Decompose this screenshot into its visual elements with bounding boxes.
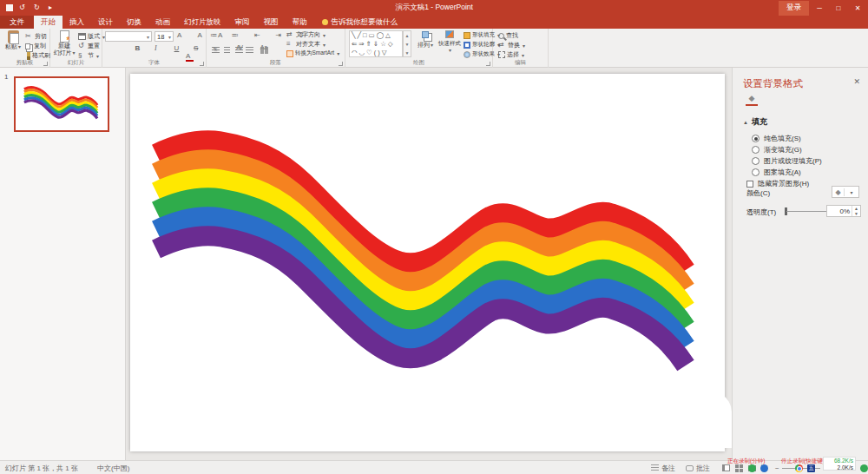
editing-group-label: 编辑 (493, 59, 548, 67)
align-center-button[interactable] (224, 47, 230, 54)
download-speed: 2.0K/s (838, 464, 853, 471)
pattern-fill-option[interactable]: 图案填充(A) (752, 168, 801, 177)
notes-button[interactable]: 备注 (651, 461, 675, 474)
transparency-spinner[interactable]: 0% ▲▼ (826, 205, 861, 217)
drawing-dialog-launcher[interactable] (486, 62, 490, 66)
increase-font-button[interactable] (177, 32, 185, 40)
select-button[interactable]: 选择 (498, 50, 524, 59)
solid-fill-option[interactable]: 纯色填充(S) (752, 134, 801, 143)
tab-slideshow[interactable]: 幻灯片放映 (177, 16, 228, 29)
hide-background-option[interactable]: 隐藏背景图形(H) (746, 179, 809, 188)
tab-insert[interactable]: 插入 (62, 16, 91, 29)
color-picker-button[interactable]: ◆ ▾ (832, 186, 859, 198)
shapes-row-1[interactable]: ╲╱□▭◯△ (352, 31, 402, 40)
upload-speed: 68.2K/s (834, 458, 853, 464)
gradient-fill-radio[interactable] (752, 146, 760, 154)
gallery-up-icon[interactable]: ▲ (404, 31, 411, 40)
recorder-tray-icon[interactable] (748, 464, 756, 472)
undo-icon[interactable] (19, 4, 28, 12)
picture-fill-option[interactable]: 图片或纹理填充(P) (752, 156, 822, 166)
align-left-button[interactable] (212, 47, 220, 54)
bold-button[interactable] (135, 45, 143, 53)
paragraph-group-label: 段落 (207, 59, 345, 67)
fill-section-header[interactable]: ▲ 填充 (743, 116, 767, 128)
cut-button[interactable]: 剪切 (25, 32, 47, 41)
justify-button[interactable] (246, 47, 253, 54)
decrease-indent-button[interactable] (254, 32, 262, 40)
reset-button[interactable]: 重置 (78, 42, 100, 50)
clipboard-dialog-launcher[interactable] (43, 62, 48, 66)
font-dialog-launcher[interactable] (200, 62, 204, 66)
find-button[interactable]: 查找 (498, 31, 518, 40)
tab-transitions[interactable]: 切换 (120, 16, 148, 29)
arrange-button[interactable]: 排列 (415, 30, 436, 49)
signin-button[interactable]: 登录 (779, 1, 809, 16)
gradient-fill-option[interactable]: 渐变填充(G) (752, 145, 802, 155)
font-name-combo[interactable]: ▾ (105, 31, 152, 42)
tell-me-box[interactable]: 告诉我你想要做什么 (314, 16, 406, 29)
minimize-button[interactable]: ─ (811, 0, 828, 16)
shapes-row-2[interactable]: ⇐⇒⇑⇓☆◇ (352, 40, 402, 49)
spinner-arrows-icon[interactable]: ▲▼ (852, 206, 860, 216)
numbering-button[interactable] (232, 32, 240, 40)
shapes-row-3[interactable]: ◠◡♡()▽ (352, 49, 402, 57)
chrome-icon[interactable] (795, 464, 803, 472)
tab-review[interactable]: 审阅 (228, 16, 257, 29)
quick-styles-button[interactable]: 快速样式 (437, 30, 462, 54)
close-button[interactable]: ✕ (849, 0, 866, 16)
recording-status-text: 正在录制(分钟) (727, 458, 765, 465)
solid-fill-radio[interactable] (752, 135, 760, 142)
layout-button[interactable]: 版式 (78, 32, 105, 41)
strikethrough-button[interactable] (194, 45, 201, 53)
antivirus-tray-icon[interactable] (860, 464, 868, 472)
paste-button[interactable]: 粘贴 (3, 30, 23, 50)
bullets-button[interactable] (210, 32, 218, 40)
slide-canvas[interactable] (130, 74, 725, 451)
paragraph-dialog-launcher[interactable] (339, 62, 343, 66)
new-slide-button[interactable]: 新建 幻灯片 (52, 30, 76, 56)
tab-animations[interactable]: 动画 (148, 16, 177, 29)
underline-button[interactable] (174, 45, 182, 53)
picture-fill-radio[interactable] (752, 157, 760, 165)
replace-button[interactable]: 替换 (498, 41, 525, 49)
text-direction-button[interactable]: 文字方向 (286, 30, 326, 39)
fill-bucket-icon[interactable] (746, 94, 758, 106)
find-icon (498, 33, 504, 39)
redo-icon[interactable] (34, 4, 43, 12)
increase-indent-button[interactable] (276, 32, 284, 40)
convert-smartart-button[interactable]: 转换为SmartArt (286, 49, 339, 57)
decrease-font-button[interactable] (198, 32, 206, 40)
tab-design[interactable]: 设计 (91, 16, 120, 29)
slide-1-thumbnail[interactable] (14, 76, 109, 132)
align-text-button[interactable]: 对齐文本 (286, 40, 326, 49)
lightbulb-icon (322, 19, 328, 25)
shapes-gallery[interactable]: ╲╱□▭◯△ ⇐⇒⇑⇓☆◇ ◠◡♡()▽ (349, 30, 403, 57)
restore-button[interactable]: □ (830, 0, 847, 16)
italic-button[interactable] (155, 45, 162, 53)
replace-icon (498, 42, 506, 49)
network-speed-monitor[interactable]: 68.2K/s 2.0K/s (823, 457, 856, 471)
pattern-fill-radio[interactable] (752, 168, 760, 176)
copy-button[interactable]: 复制 (25, 42, 46, 50)
tab-view[interactable]: 视图 (257, 16, 286, 29)
language-indicator[interactable]: 中文(中国) (97, 461, 129, 474)
align-right-button[interactable] (235, 47, 243, 54)
comments-button[interactable]: 批注 (686, 461, 710, 474)
tab-file[interactable]: 文件 (0, 16, 34, 29)
input-method-icon[interactable]: 五 (807, 464, 815, 472)
tab-home[interactable]: 开始 (34, 16, 62, 29)
save-icon[interactable] (6, 4, 13, 11)
shapes-gallery-scrollbar[interactable]: ▲ ▼ ▼ (403, 30, 411, 57)
hide-background-checkbox[interactable] (746, 181, 753, 188)
rainbow-shape[interactable] (130, 74, 725, 451)
start-slideshow-icon[interactable] (49, 4, 57, 12)
browser-tray-icon[interactable] (760, 464, 768, 472)
tab-help[interactable]: 帮助 (286, 16, 314, 29)
transparency-slider-track[interactable] (786, 211, 826, 212)
pane-close-icon[interactable]: ✕ (853, 77, 860, 86)
gallery-down-icon[interactable]: ▼ (404, 40, 411, 49)
columns-button[interactable] (260, 47, 268, 54)
font-size-combo[interactable]: 18▾ (155, 31, 174, 42)
slide-thumbnail-panel[interactable]: 1 (0, 68, 126, 460)
gallery-more-icon[interactable]: ▼ (404, 49, 411, 57)
